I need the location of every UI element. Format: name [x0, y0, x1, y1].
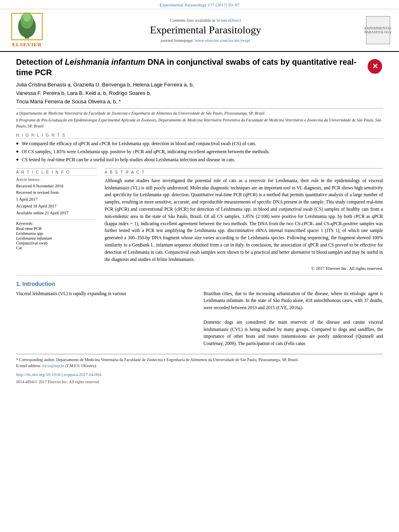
- sciencedirect-line: Contents lists available at ScienceDirec…: [49, 18, 362, 23]
- main-content: Detection of Leishmania infantum DNA in …: [0, 52, 399, 393]
- sciencedirect-link[interactable]: ScienceDirect: [216, 18, 241, 23]
- footnote-star-text: * Corresponding author. Departamento de …: [16, 357, 299, 362]
- highlight-item-2: Of CS samples, 1.85% were Leishmania spp…: [16, 148, 383, 155]
- affiliation-a: a Departamento de Medicina Veterinária d…: [16, 110, 383, 116]
- intro-left-para: Visceral leishmaniasis (VL) is rapidly e…: [16, 290, 195, 298]
- footnote-area: * Corresponding author. Departamento de …: [16, 354, 383, 385]
- affiliation-b: b Programa de Pós-Graduação em Epidemiol…: [16, 117, 383, 129]
- keyword-4: Conjunctival swab: [16, 241, 97, 245]
- authors-section: Julia Cristina Benassi a, Graziella U. B…: [16, 81, 383, 106]
- svg-text:✕: ✕: [372, 62, 378, 70]
- right-journal-logo: EXPERIMENTAL PARASITOLOGY: [362, 16, 394, 44]
- journal-header: ELSEVIER Contents lists available at Sci…: [0, 9, 399, 52]
- article-history-label: Article history:: [16, 177, 97, 182]
- doi-link[interactable]: http://dx.doi.org/10.1016/j.exppara.2017…: [16, 372, 101, 377]
- title-part1: Detection of: [16, 58, 65, 66]
- highlights-label: H I G H L I G H T S: [16, 133, 383, 139]
- intro-two-col: Visceral leishmaniasis (VL) is rapidly e…: [16, 290, 383, 348]
- authors-line3: Tricia Maria Ferreira de Sousa Oliveira …: [16, 98, 383, 106]
- keyword-1: Real-time PCR: [16, 226, 97, 231]
- section-number: 1.: [16, 281, 21, 287]
- article-title: Detection of Leishmania infantum DNA in …: [16, 57, 363, 78]
- email-link[interactable]: tricia@usp.br: [42, 364, 64, 368]
- title-italic: Leishmania infantum: [65, 58, 145, 66]
- homepage-line: journal homepage: www.elsevier.com/locat…: [49, 38, 362, 43]
- svg-text:CrossMark: CrossMark: [370, 72, 380, 74]
- email-note: (T.M.F.S. Oliveira).: [65, 364, 97, 368]
- copyright-text: © 2017 Elsevier Inc. All rights reserved…: [105, 266, 383, 271]
- crossmark-icon: ✕ CrossMark: [367, 58, 383, 74]
- issn-line: 0014-4894/© 2017 Elsevier Inc. All right…: [16, 379, 383, 385]
- contents-available-text: Contents lists available at: [170, 18, 215, 23]
- revised-label: Received in revised form: [16, 190, 97, 196]
- elsevier-brand-label: ELSEVIER: [12, 41, 42, 48]
- journal-center: Contents lists available at ScienceDirec…: [49, 18, 362, 43]
- journal-ref-text: Experimental Parasitology 177 (2017) 93–…: [160, 2, 240, 7]
- article-info-abstract: A R T I C L E I N F O Article history: R…: [16, 168, 383, 271]
- article-info-label: A R T I C L E I N F O: [16, 170, 97, 176]
- keyword-3: Leishmania infantum: [16, 236, 97, 240]
- abstract-text: Although some studies have investigated …: [105, 177, 383, 263]
- journal-reference: Experimental Parasitology 177 (2017) 93–…: [0, 0, 399, 9]
- accepted-date: Accepted 18 April 2017: [16, 203, 97, 210]
- highlight-item-3: CS tested by real-time PCR can be a usef…: [16, 156, 383, 163]
- footnote-star: * Corresponding author. Departamento de …: [16, 357, 383, 363]
- available-date: Available online 21 April 2017: [16, 210, 97, 216]
- keywords-section: Keywords: Real-time PCR Leishmania spp. …: [16, 219, 97, 250]
- introduction-section: 1. Introduction Visceral leishmaniasis (…: [16, 281, 383, 348]
- intro-right-para1: Brazilian cities, due to the increasing …: [204, 290, 383, 312]
- email-line: E-mail address: tricia@usp.br (T.M.F.S. …: [16, 363, 383, 369]
- elsevier-tree-icon: [11, 12, 43, 41]
- homepage-text: journal homepage:: [160, 38, 193, 43]
- authors-line2: Vanessa F. Pereira b, Lara B. Keid a, b,…: [16, 89, 383, 98]
- keyword-5: Cat: [16, 246, 97, 250]
- highlight-item-1: We compared the efficacy of qPCR and cPC…: [16, 140, 383, 147]
- article-info-left: A R T I C L E I N F O Article history: R…: [16, 168, 97, 271]
- section-divider: [16, 275, 383, 276]
- email-label: E-mail address:: [16, 364, 41, 368]
- right-logo-text: EXPERIMENTAL PARASITOLOGY: [364, 26, 392, 34]
- authors-line1: Julia Cristina Benassi a, Graziella U. B…: [16, 81, 383, 89]
- keywords-label: Keywords:: [16, 221, 97, 226]
- abstract-label: A B S T R A C T: [105, 170, 383, 176]
- intro-left-col: Visceral leishmaniasis (VL) is rapidly e…: [16, 290, 195, 348]
- journal-title: Experimental Parasitology: [49, 24, 362, 36]
- doi-line: http://dx.doi.org/10.1016/j.exppara.2017…: [16, 371, 383, 378]
- homepage-url[interactable]: www.elsevier.com/locate/yexpr: [195, 38, 251, 43]
- highlights-section: H I G H L I G H T S We compared the effi…: [16, 133, 383, 163]
- article-title-area: Detection of Leishmania infantum DNA in …: [16, 57, 383, 78]
- intro-right-para2: Domestic dogs are considered the main re…: [204, 319, 383, 347]
- elsevier-logo: ELSEVIER: [5, 12, 49, 48]
- received-date: Received 8 November 2016: [16, 183, 97, 189]
- abstract-section: A B S T R A C T Although some studies ha…: [105, 168, 383, 271]
- affiliations-section: a Departamento de Medicina Veterinária d…: [16, 108, 383, 129]
- intro-right-col: Brazilian cities, due to the increasing …: [204, 290, 383, 348]
- section-title: Introduction: [23, 281, 56, 287]
- highlights-list: We compared the efficacy of qPCR and cPC…: [16, 140, 383, 163]
- revised-date: 5 April 2017: [16, 197, 97, 203]
- keyword-2: Leishmania spp.: [16, 231, 97, 236]
- right-logo-box: EXPERIMENTAL PARASITOLOGY: [366, 16, 390, 44]
- intro-heading: 1. Introduction: [16, 281, 383, 287]
